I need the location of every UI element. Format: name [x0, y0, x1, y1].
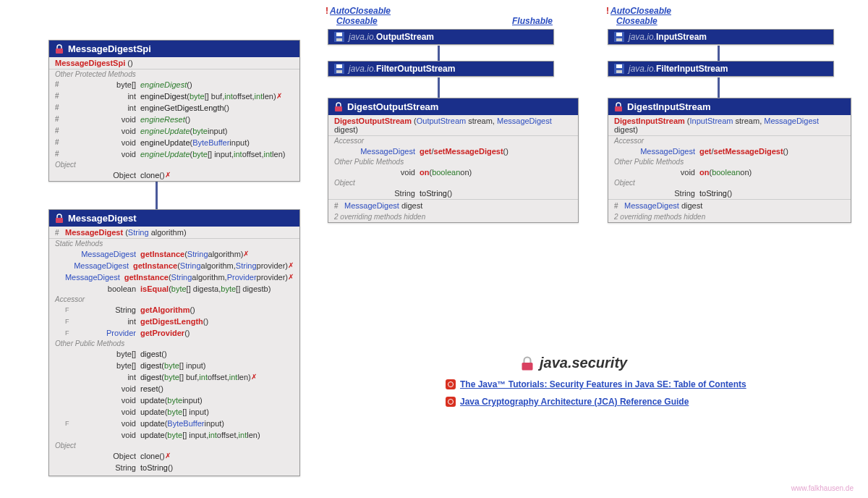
member-row: MessageDigestgetInstance (String algorit…: [49, 260, 299, 271]
member-row: #voidengineUpdate (byte[] input, int off…: [49, 148, 299, 160]
connector-in2-dis: [718, 77, 720, 98]
member-row: StringtoString (): [49, 462, 299, 476]
member-row: #byte[]engineDigest (): [49, 79, 299, 90]
lock-icon: [55, 214, 64, 224]
member-row: Objectclone () ✗: [49, 450, 299, 462]
hidden-note: 2 overriding methods hidden: [608, 211, 851, 222]
connector-out2-dos: [438, 77, 440, 98]
member-row: voidon (boolean on): [328, 166, 578, 178]
section-label: Object: [49, 441, 299, 450]
section-label: Object: [608, 178, 851, 187]
svg-rect-0: [56, 48, 63, 54]
member-row: MessageDigestget/setMessageDigest (): [608, 145, 851, 157]
ctor-row: MessageDigestSpi (): [49, 57, 299, 69]
member-row: FStringgetAlgorithm (): [49, 304, 299, 316]
class-MessageDigestSpi: MessageDigestSpi MessageDigestSpi () Oth…: [48, 40, 300, 182]
ctor-row: DigestOutputStream (OutputStream stream,…: [328, 115, 578, 136]
package-title: java.security: [521, 355, 627, 371]
section-label: Other Public Methods: [49, 339, 299, 348]
oracle-icon: [446, 397, 456, 407]
member-row: booleanisEqual (byte[] digesta, byte[] d…: [49, 283, 299, 295]
member-row: #voidengineUpdate (byte input): [49, 125, 299, 137]
ref-link-tutorials[interactable]: The Java™ Tutorials: Security Features i…: [446, 379, 746, 389]
section-label: Object: [328, 178, 578, 187]
oracle-icon: [446, 379, 456, 389]
member-row: #voidengineReset (): [49, 114, 299, 125]
iface-autocloseable-in: !AutoCloseable: [606, 6, 671, 16]
member-row: Fvoidupdate (ByteBuffer input): [49, 418, 299, 429]
member-row: voidon (boolean on): [608, 166, 851, 178]
member-row: voidreset (): [49, 383, 299, 394]
svg-rect-10: [616, 33, 622, 36]
section-label: Other Public Methods: [328, 157, 578, 166]
title-MessageDigestSpi: MessageDigestSpi: [49, 41, 299, 57]
disk-icon: [334, 32, 344, 42]
lock-icon: [334, 102, 343, 112]
class-MessageDigest: MessageDigest #MessageDigest (String alg…: [48, 209, 300, 476]
lock-icon: [521, 356, 534, 371]
class-FilterOutputStream: java.io.FilterOutputStream: [328, 61, 554, 77]
title-DigestOutputStream: DigestOutputStream: [328, 98, 578, 115]
title-MessageDigest: MessageDigest: [49, 210, 299, 227]
connector-out1-out2: [438, 46, 440, 62]
field-row: #MessageDigest digest: [608, 199, 851, 211]
member-row: #intengineGetDigestLength (): [49, 102, 299, 114]
svg-rect-15: [615, 106, 622, 111]
class-name: DigestInputStream: [627, 101, 711, 112]
iface-closeable-out: Closeable: [336, 16, 378, 26]
class-OutputStream: java.io.OutputStream: [328, 29, 554, 45]
class-DigestOutputStream: DigestOutputStream DigestOutputStream (O…: [328, 98, 579, 223]
iface-flushable: Flushable: [512, 16, 553, 26]
svg-rect-8: [335, 106, 342, 111]
lock-icon: [614, 102, 623, 112]
connector-in1-in2: [718, 46, 720, 62]
svg-rect-4: [336, 38, 342, 41]
ref-link-jca[interactable]: Java Cryptography Architecture (JCA) Ref…: [446, 397, 689, 407]
section-label: Other Protected Methods: [49, 69, 299, 79]
section-label: Other Public Methods: [608, 157, 851, 166]
class-DigestInputStream: DigestInputStream DigestInputStream (Inp…: [608, 98, 851, 223]
member-row: FProvidergetProvider (): [49, 327, 299, 339]
member-row: voidupdate (byte input): [49, 394, 299, 406]
svg-rect-1: [56, 218, 63, 223]
class-name: MessageDigestSpi: [68, 43, 151, 54]
member-row: voidupdate (byte[] input): [49, 406, 299, 418]
section-label: Static Methods: [49, 239, 299, 248]
member-row: #voidengineUpdate (ByteBuffer input): [49, 137, 299, 148]
svg-rect-13: [616, 64, 622, 68]
svg-rect-16: [522, 363, 533, 371]
class-InputStream: java.io.InputStream: [608, 29, 834, 45]
member-row: byte[]digest (byte[] input): [49, 360, 299, 371]
connector-spi-md: [156, 179, 158, 209]
class-name: MessageDigest: [68, 213, 137, 224]
svg-rect-6: [336, 64, 342, 68]
field-row: #MessageDigest digest: [328, 199, 578, 211]
member-row: Objectclone () ✗: [49, 169, 299, 181]
class-name: DigestOutputStream: [347, 101, 438, 112]
ctor-row: #MessageDigest (String algorithm): [49, 227, 299, 239]
disk-icon: [334, 64, 344, 74]
section-label: Object: [49, 160, 299, 169]
svg-rect-3: [336, 33, 342, 36]
svg-rect-7: [336, 70, 342, 73]
member-row: voidupdate (byte[] input, int offset, in…: [49, 429, 299, 441]
svg-rect-14: [616, 70, 622, 73]
member-row: MessageDigestget/setMessageDigest (): [328, 145, 578, 157]
member-row: MessageDigestgetInstance (String algorit…: [49, 271, 299, 283]
member-row: #intengineDigest (byte[] buf, int offset…: [49, 90, 299, 102]
member-row: StringtoString (): [328, 187, 578, 199]
section-label: Accessor: [608, 136, 851, 145]
section-label: Accessor: [49, 295, 299, 304]
iface-closeable-in: Closeable: [616, 16, 658, 26]
section-label: Accessor: [328, 136, 578, 145]
title-DigestInputStream: DigestInputStream: [608, 98, 851, 115]
member-row: byte[]digest (): [49, 348, 299, 360]
credit-label: www.falkhausen.de: [791, 484, 854, 492]
member-row: MessageDigestgetInstance (String algorit…: [49, 248, 299, 260]
title-OutputStream: java.io.OutputStream: [328, 30, 553, 44]
member-row: intdigest (byte[] buf, int offset, int l…: [49, 371, 299, 383]
member-row: StringtoString (): [608, 187, 851, 199]
title-FilterInputStream: java.io.FilterInputStream: [608, 62, 833, 76]
title-InputStream: java.io.InputStream: [608, 30, 833, 44]
title-FilterOutputStream: java.io.FilterOutputStream: [328, 62, 553, 76]
